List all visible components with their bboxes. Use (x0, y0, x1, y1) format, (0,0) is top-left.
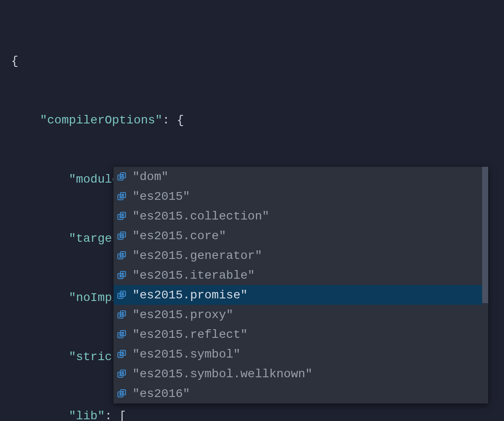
scrollbar-thumb[interactable] (482, 167, 488, 303)
autocomplete-item-label: "es2015.promise" (132, 289, 248, 302)
snippet-icon (116, 269, 128, 281)
snippet-icon (116, 210, 128, 222)
autocomplete-item-label: "es2016" (132, 387, 190, 400)
key-lib: "lib" (69, 409, 105, 421)
snippet-icon (116, 250, 128, 262)
snippet-icon (116, 190, 128, 202)
key-compilerOptions: "compilerOptions" (40, 114, 162, 127)
autocomplete-item[interactable]: "es2015.collection" (114, 206, 488, 226)
code-line: "lib": [ (0, 406, 504, 421)
autocomplete-item[interactable]: "es2015" (114, 186, 488, 206)
autocomplete-item[interactable]: "es2016" (114, 384, 488, 403)
autocomplete-item-label: "es2015.reflect" (132, 328, 248, 341)
snippet-icon (116, 348, 128, 360)
snippet-icon (116, 289, 128, 301)
autocomplete-item[interactable]: "es2015.promise" (114, 285, 488, 305)
autocomplete-item[interactable]: "es2015.symbol.wellknown" (114, 364, 488, 384)
autocomplete-item[interactable]: "es2015.generator" (114, 246, 488, 265)
snippet-icon (116, 368, 128, 380)
autocomplete-item-label: "es2015" (132, 190, 190, 203)
autocomplete-item[interactable]: "es2015.iterable" (114, 265, 488, 285)
autocomplete-item[interactable]: "es2015.symbol" (114, 344, 488, 364)
autocomplete-item-label: "es2015.iterable" (132, 269, 255, 282)
code-line: "compilerOptions": { (0, 111, 504, 130)
snippet-icon (116, 171, 128, 183)
snippet-icon (116, 328, 128, 340)
autocomplete-item-label: "es2015.symbol.wellknown" (132, 367, 312, 381)
autocomplete-item[interactable]: "dom" (114, 167, 488, 186)
autocomplete-item-label: "dom" (132, 170, 168, 183)
autocomplete-popup[interactable]: "dom""es2015""es2015.collection""es2015.… (113, 166, 489, 404)
autocomplete-item-label: "es2015.symbol" (132, 348, 240, 361)
snippet-icon (116, 388, 128, 400)
colon-brace: : { (162, 114, 184, 127)
brace-open: { (11, 54, 18, 68)
autocomplete-item-label: "es2015.proxy" (132, 308, 233, 322)
autocomplete-scrollbar[interactable] (482, 167, 488, 403)
autocomplete-item-label: "es2015.core" (132, 229, 226, 243)
snippet-icon (116, 309, 128, 321)
autocomplete-item[interactable]: "es2015.proxy" (114, 305, 488, 325)
code-line: { (0, 51, 504, 71)
snippet-icon (116, 230, 128, 242)
autocomplete-item[interactable]: "es2015.reflect" (114, 325, 488, 344)
autocomplete-item[interactable]: "es2015.core" (114, 226, 488, 246)
colon-bracket: : [ (105, 409, 126, 421)
autocomplete-item-label: "es2015.collection" (132, 210, 269, 223)
autocomplete-item-label: "es2015.generator" (132, 249, 262, 262)
